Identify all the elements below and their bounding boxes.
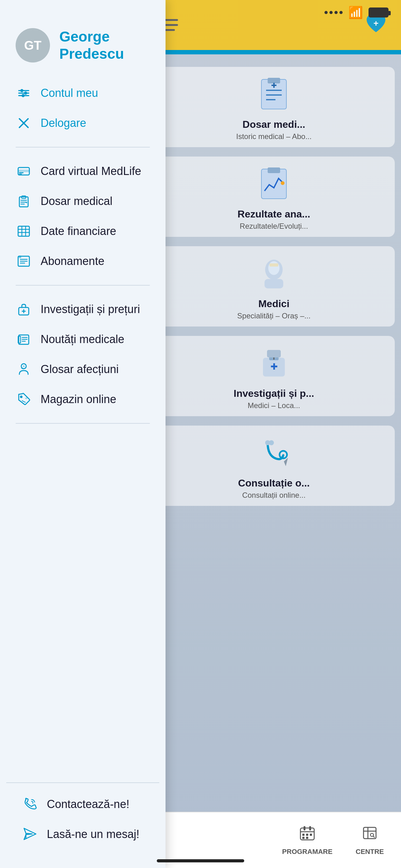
nav-programare-label: PROGRAMARE [282,848,332,856]
menu-item-abonamente[interactable]: Abonamente [9,246,156,276]
menu-section-account: Contul meu Delogare [9,75,156,141]
drawer-footer: Contactează-ne! Lasă-ne un mesaj! [6,782,159,868]
svg-text:✚: ✚ [270,362,278,372]
svg-marker-22 [284,458,288,466]
bg-card-dosar: ✚ Dosar medi... Istoric medical – Abo... [153,67,395,147]
svg-rect-26 [309,826,311,831]
svg-rect-55 [18,226,29,236]
signal-icon [325,11,343,14]
battery-icon [369,7,389,18]
svg-rect-46 [18,170,29,172]
bg-card-medici: Medici Specialități – Oraș –... [153,246,395,327]
phone-icon [22,796,38,812]
user-name: George Predescu [59,28,124,62]
menu-item-glosar[interactable]: Glosar afecțiuni [9,354,156,384]
svg-rect-25 [304,826,305,831]
avatar: GT [15,28,50,62]
menu-dosar-medical-label: Dosar medical [41,195,112,208]
home-indicator [157,859,244,862]
divider-1 [15,147,150,148]
menu-item-noutati[interactable]: Noutăți medicale [9,324,156,354]
close-icon [15,115,32,131]
menu-noutati-label: Noutăți medicale [41,333,124,346]
menu-magazin-label: Magazin online [41,393,116,406]
svg-text:+: + [26,201,28,204]
bg-card-investigatii-title: Investigații și p... [234,388,314,399]
nav-centre-label: CENTRE [356,848,384,856]
bg-card-rezultate-title: Rezultate ana... [238,208,310,220]
nav-centre[interactable]: CENTRE [338,812,401,868]
bg-card-dosar-title: Dosar medi... [243,119,305,130]
bg-card-rezultate: Rezultate ana... Rezultatele/Evoluți... [153,157,395,237]
menu-contul-meu-label: Contul meu [41,87,98,100]
footer-item-contact[interactable]: Contactează-ne! [15,789,150,819]
bg-card-investigatii: ✚ Investigații și p... Medici – Loca... [153,336,395,416]
svg-rect-27 [302,834,304,836]
card-icon [15,163,32,179]
menu-item-delogare[interactable]: Delogare [9,108,156,138]
table-icon [15,223,32,239]
svg-line-36 [373,836,375,837]
menu-glosar-label: Glosar afecțiuni [41,363,119,376]
footer-contact-label: Contactează-ne! [47,798,129,811]
svg-text:÷: ÷ [25,396,28,401]
footer-mesaj-label: Lasă-ne un mesaj! [47,828,139,841]
svg-point-40 [20,89,24,92]
svg-rect-12 [265,279,283,288]
svg-rect-31 [306,837,308,839]
svg-point-74 [23,365,25,367]
menu-investigatii-label: Investigații și prețuri [41,303,140,316]
menu-section-info: Investigații și prețuri Noutăți medicale [9,291,156,417]
blue-strip [147,50,401,54]
bg-card-medici-sub: Specialități – Oraș –... [237,312,311,320]
bg-card-rezultate-sub: Rezultatele/Evoluți... [240,222,308,230]
menu-card-virtual-label: Card virtual MedLife [41,165,141,178]
wifi-icon: 📶 [348,6,363,19]
svg-text:✚: ✚ [271,82,277,89]
menu-spacer [9,429,156,492]
svg-point-9 [281,181,285,185]
svg-rect-64 [19,256,21,258]
svg-point-21 [269,440,274,445]
menu-item-card-virtual[interactable]: Card virtual MedLife [9,156,156,186]
svg-rect-28 [306,834,308,836]
svg-point-41 [24,92,27,95]
drawer: GT George Predescu Con [0,0,166,868]
divider-3 [15,423,150,424]
bg-card-investigatii-sub: Medici – Loca... [248,401,300,410]
menu-item-dosar-medical[interactable]: + Dosar medical [9,186,156,216]
bg-cards-container: ✚ Dosar medi... Istoric medical – Abo...… [147,54,401,812]
nav-programare[interactable]: PROGRAMARE [276,812,338,868]
menu-item-contul-meu[interactable]: Contul meu [9,78,156,108]
svg-rect-69 [18,336,21,343]
menu-abonamente-label: Abonamente [41,255,104,268]
list-icon [15,253,32,269]
bag-icon [15,301,32,317]
svg-point-75 [20,396,23,398]
svg-rect-13 [269,264,278,267]
menu-section-main: Card virtual MedLife + Dosar medical [9,153,156,279]
drawer-menu: Contul meu Delogare [0,75,166,782]
menu-item-magazin[interactable]: ÷ Magazin online [9,384,156,414]
menu-date-financiare-label: Date financiare [41,225,116,238]
clipboard-icon: + [15,193,32,209]
menu-item-investigatii[interactable]: Investigații și prețuri [9,294,156,324]
menu-delogare-label: Delogare [41,117,86,130]
divider-2 [15,285,150,286]
bg-card-dosar-sub: Istoric medical – Abo... [236,132,311,141]
footer-item-mesaj[interactable]: Lasă-ne un mesaj! [15,819,150,849]
sliders-icon [15,85,32,101]
newspaper-icon [15,331,32,347]
svg-rect-30 [302,837,304,839]
bg-card-medici-title: Medici [258,298,290,310]
location-icon [362,825,378,844]
paper-plane-icon [22,826,38,842]
drawer-user-section: GT George Predescu [0,0,166,75]
bg-card-consultatie: Consultație o... Consultații online... [153,426,395,506]
menu-item-date-financiare[interactable]: Date financiare [9,216,156,246]
svg-point-11 [268,261,279,275]
svg-point-42 [22,94,25,97]
svg-rect-8 [268,167,280,173]
calendar-icon [299,825,315,844]
tag-icon: ÷ [15,391,32,407]
